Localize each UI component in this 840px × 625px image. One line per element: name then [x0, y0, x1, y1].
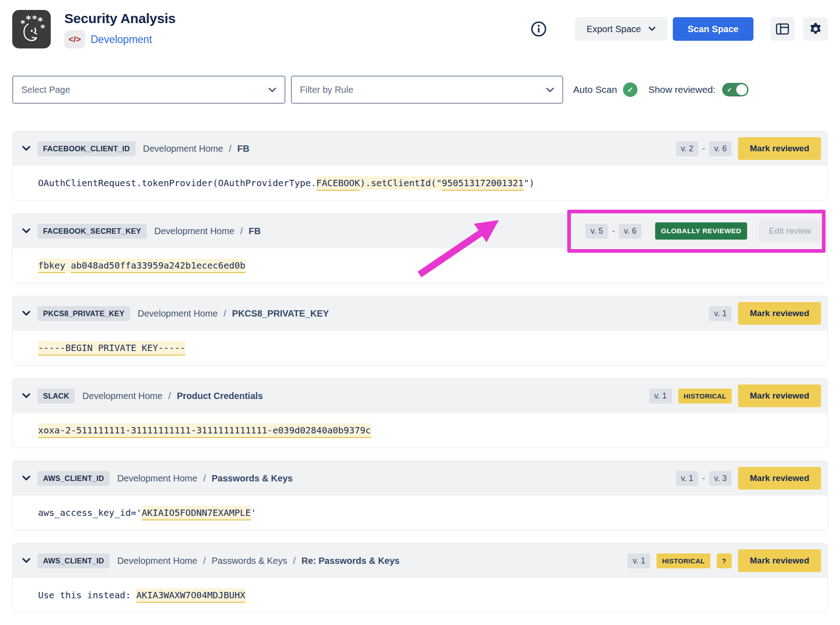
- auto-scan-label: Auto Scan: [573, 84, 617, 95]
- header-actions: Export Space Scan Space: [531, 10, 828, 41]
- svg-text:*: *: [20, 18, 25, 29]
- finding-header: FACEBOOK_CLIENT_IDDevelopment Home/FBv. …: [13, 131, 827, 166]
- breadcrumb-item[interactable]: Development Home: [143, 144, 223, 154]
- collapse-chevron-icon[interactable]: [22, 558, 31, 563]
- show-reviewed-control: Show reviewed: ✓: [648, 83, 748, 96]
- globally-reviewed-badge: GLOBALLY REVIEWED: [655, 222, 747, 240]
- version-badge[interactable]: v. 6: [619, 224, 642, 239]
- breadcrumb: Development Home/PKCS8_PRIVATE_KEY: [138, 308, 329, 319]
- secret-match: -----BEGIN PRIVATE KEY-----: [38, 341, 185, 356]
- rule-badge: FACEBOOK_CLIENT_ID: [38, 141, 135, 156]
- mark-reviewed-button[interactable]: Mark reviewed: [738, 385, 821, 407]
- mark-reviewed-button[interactable]: Mark reviewed: [738, 467, 821, 490]
- breadcrumb-separator: /: [224, 308, 227, 319]
- space-link[interactable]: Development: [91, 34, 152, 46]
- mark-reviewed-button[interactable]: Mark reviewed: [738, 137, 821, 160]
- breadcrumb-separator: /: [229, 144, 232, 154]
- code-badge-icon: </>: [64, 30, 85, 48]
- breadcrumb-separator: /: [203, 556, 206, 566]
- mark-reviewed-button[interactable]: Mark reviewed: [738, 302, 821, 325]
- rule-badge: SLACK: [38, 389, 75, 404]
- select-page-dropdown[interactable]: Select Page: [12, 76, 285, 104]
- breadcrumb-item[interactable]: Development Home: [138, 308, 218, 319]
- breadcrumb-item[interactable]: Re: Passwords & Keys: [301, 556, 400, 566]
- scan-space-button[interactable]: Scan Space: [673, 17, 753, 41]
- finding-actions: v. 2-v. 6Mark reviewed: [676, 137, 821, 160]
- code-snippet: xoxa-2-511111111-31111111111-31111111111…: [13, 413, 827, 447]
- version-badge[interactable]: v. 1: [628, 553, 650, 568]
- version-badge[interactable]: v. 3: [709, 471, 732, 486]
- breadcrumb-item[interactable]: FB: [249, 226, 261, 236]
- settings-gear-icon[interactable]: [803, 17, 828, 41]
- finding-header: PKCS8_PRIVATE_KEYDevelopment Home/PKCS8_…: [13, 296, 827, 331]
- breadcrumb-item[interactable]: Passwords & Keys: [212, 556, 287, 566]
- collapse-chevron-icon[interactable]: [22, 393, 31, 399]
- breadcrumb-item[interactable]: Product Credentials: [177, 391, 263, 401]
- breadcrumb-item[interactable]: Development Home: [154, 226, 235, 236]
- finding-row: PKCS8_PRIVATE_KEYDevelopment Home/PKCS8_…: [12, 296, 828, 365]
- version-badge[interactable]: v. 1: [709, 306, 732, 321]
- finding-row: FACEBOOK_SECRET_KEYDevelopment Home/FBv.…: [12, 213, 828, 283]
- chevron-down-icon: [648, 27, 656, 31]
- svg-text:*: *: [26, 14, 31, 25]
- historical-badge: HISTORICAL: [657, 553, 710, 568]
- version-badge[interactable]: v. 5: [585, 224, 608, 239]
- secret-match: [65, 259, 71, 272]
- collapse-chevron-icon[interactable]: [22, 476, 31, 481]
- finding-row: AWS_CLIENT_IDDevelopment Home/Passwords …: [12, 543, 828, 613]
- finding-actions: v. 1Mark reviewed: [709, 302, 821, 325]
- code-snippet: OAuthClientRequest.tokenProvider(OAuthPr…: [13, 166, 827, 200]
- breadcrumb-item[interactable]: Passwords & Keys: [212, 473, 293, 484]
- svg-text:*: *: [32, 13, 37, 24]
- collapse-chevron-icon[interactable]: [22, 228, 31, 234]
- breadcrumb-item[interactable]: Development Home: [117, 556, 198, 566]
- version-badge[interactable]: v. 2: [676, 141, 699, 156]
- filter-by-rule-dropdown[interactable]: Filter by Rule: [291, 76, 563, 104]
- help-badge[interactable]: ?: [717, 553, 732, 568]
- filter-bar: Select Page Filter by Rule Auto Scan ✓ S…: [12, 76, 828, 104]
- breadcrumb: Development Home/Passwords & Keys: [117, 473, 293, 484]
- secret-match: ab048ad50ffa33959a242b1ecec6ed0b: [71, 259, 245, 273]
- toggle-check-icon: ✓: [727, 86, 732, 93]
- finding-actions: v. 1HISTORICALMark reviewed: [649, 385, 821, 407]
- info-icon[interactable]: [531, 21, 547, 37]
- collapse-chevron-icon[interactable]: [22, 146, 31, 151]
- historical-badge: HISTORICAL: [678, 389, 732, 404]
- finding-actions: v. 1-v. 3Mark reviewed: [676, 467, 821, 490]
- finding-actions: v. 5-v. 6GLOBALLY REVIEWEDEdit review: [585, 220, 821, 242]
- code-snippet: Use this instead: AKIA3WAXW7O04MDJBUHX: [13, 578, 827, 612]
- filter-by-rule-placeholder: Filter by Rule: [300, 85, 546, 95]
- breadcrumb-item[interactable]: FB: [237, 144, 250, 154]
- collapse-chevron-icon[interactable]: [22, 311, 31, 316]
- show-reviewed-label: Show reviewed:: [648, 84, 715, 95]
- breadcrumb-item[interactable]: PKCS8_PRIVATE_KEY: [232, 308, 329, 319]
- app-header: * * * * * Security Analysis </> Developm…: [12, 10, 828, 48]
- toggle-knob: [736, 84, 747, 95]
- breadcrumb-item[interactable]: Development Home: [117, 473, 198, 484]
- findings-list: FACEBOOK_CLIENT_IDDevelopment Home/FBv. …: [12, 131, 828, 613]
- edit-review-button[interactable]: Edit review: [759, 220, 821, 242]
- auto-scan-status: Auto Scan ✓: [573, 82, 637, 97]
- breadcrumb-separator: /: [203, 473, 206, 484]
- version-badge[interactable]: v. 6: [709, 141, 732, 156]
- code-snippet: aws_access_key_id='AKIAIO5FODNN7EXAMPLE': [13, 495, 827, 530]
- show-reviewed-toggle[interactable]: ✓: [722, 83, 748, 96]
- layout-panel-icon[interactable]: [770, 17, 795, 41]
- version-range-dash: -: [612, 226, 615, 236]
- breadcrumb-separator: /: [240, 226, 243, 236]
- breadcrumb-separator: /: [169, 391, 171, 401]
- breadcrumb: Development Home/FB: [143, 144, 250, 154]
- mark-reviewed-button[interactable]: Mark reviewed: [738, 549, 821, 572]
- title-block: Security Analysis </> Development: [64, 10, 176, 48]
- code-snippet: fbkey ab048ad50ffa33959a242b1ecec6ed0b: [13, 248, 827, 283]
- finding-actions: v. 1HISTORICAL?Mark reviewed: [628, 549, 821, 572]
- finding-header: FACEBOOK_SECRET_KEYDevelopment Home/FBv.…: [13, 214, 827, 248]
- export-space-button[interactable]: Export Space: [575, 17, 667, 41]
- version-badge[interactable]: v. 1: [676, 471, 699, 486]
- secret-match: AKIAIO5FODNN7EXAMPLE: [142, 506, 251, 520]
- breadcrumb-item[interactable]: Development Home: [82, 391, 163, 401]
- version-badge[interactable]: v. 1: [649, 389, 672, 404]
- secret-match: xoxa-2-511111111-31111111111-31111111111…: [38, 423, 371, 438]
- code-snippet: -----BEGIN PRIVATE KEY-----: [13, 331, 827, 365]
- security-analysis-page: * * * * * Security Analysis </> Developm…: [0, 0, 840, 625]
